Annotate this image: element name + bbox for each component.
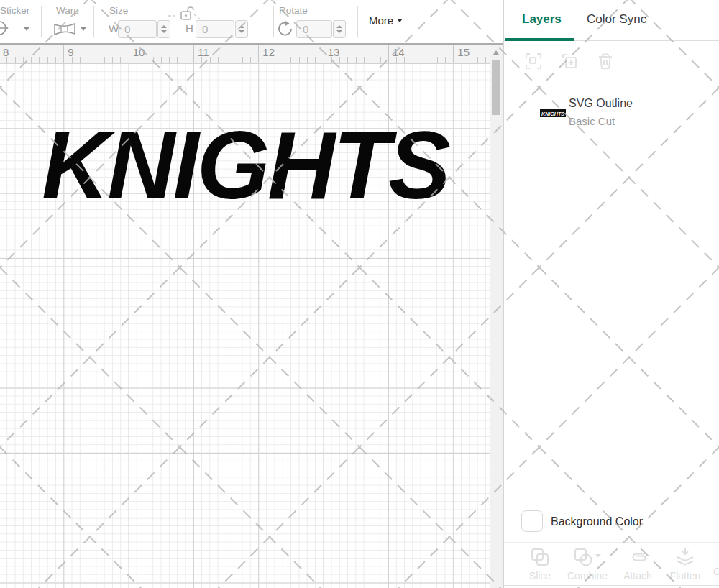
select-all-icon[interactable] — [524, 52, 543, 70]
step-down-icon[interactable] — [161, 30, 167, 33]
slice-label: Slice — [529, 570, 551, 582]
combine-button[interactable]: Combine — [564, 547, 610, 582]
warp-icon[interactable] — [53, 21, 76, 37]
rotate-label: Rotate — [279, 5, 308, 16]
attach-button[interactable]: Attach — [615, 547, 661, 582]
horizontal-ruler: 8 9 10 11 12 13 14 15 — [0, 43, 503, 63]
active-tab-underline — [505, 38, 574, 41]
scroll-up-icon[interactable] — [493, 50, 499, 55]
step-up-icon[interactable] — [161, 25, 167, 28]
height-label: H — [186, 22, 193, 35]
width-input[interactable]: 0 — [118, 20, 157, 38]
slice-button[interactable]: Slice — [517, 547, 563, 582]
layer-title: SVG Outline — [569, 97, 633, 110]
combine-label: Combine — [567, 570, 608, 582]
toolbar-divider — [357, 6, 358, 37]
toolbar-divider — [93, 6, 94, 37]
warp-label: Warp — [56, 5, 79, 16]
step-up-icon[interactable] — [336, 25, 342, 28]
tab-layers[interactable]: Layers — [522, 12, 562, 27]
more-button[interactable]: More — [369, 14, 403, 27]
sticker-label: Sticker — [0, 5, 29, 16]
attach-label: Attach — [623, 570, 652, 582]
step-down-icon[interactable] — [239, 30, 244, 33]
edit-toolbar: Sticker Warp Size W 0 — [0, 0, 503, 43]
ruler-minor-ticks — [0, 57, 503, 63]
rotate-stepper[interactable] — [333, 20, 346, 38]
layer-actions — [524, 52, 615, 70]
tab-color-sync[interactable]: Color Sync — [587, 12, 646, 27]
add-layer-icon[interactable] — [560, 52, 579, 70]
svg-text:KNIGHTS: KNIGHTS — [541, 111, 565, 117]
scrollbar-thumb[interactable] — [492, 60, 500, 115]
combine-toolbar: Slice Combine Attach — [504, 542, 719, 586]
layer-subtitle: Basic Cut — [569, 115, 615, 127]
sticker-caret-icon[interactable] — [24, 27, 29, 31]
trash-icon[interactable] — [596, 52, 615, 70]
canvas-vertical-scrollbar[interactable] — [490, 45, 503, 588]
warp-caret-icon[interactable] — [81, 27, 86, 31]
layers-panel: Layers Color Sync KNIGHTS — [503, 0, 719, 588]
height-stepper[interactable] — [235, 20, 248, 38]
rotate-icon[interactable] — [276, 19, 295, 38]
step-down-icon[interactable] — [336, 30, 342, 33]
artwork-knights-text[interactable]: KNIGHTS — [33, 125, 464, 208]
contour-button-partial[interactable]: C — [713, 566, 719, 577]
app-root: Sticker Warp Size W 0 — [0, 0, 719, 588]
size-label: Size — [109, 5, 128, 16]
toolbar-divider — [273, 6, 274, 37]
rotate-input[interactable]: 0 — [296, 20, 332, 38]
flatten-icon — [674, 547, 696, 567]
more-caret-icon — [397, 19, 403, 22]
svg-text:KNIGHTS: KNIGHTS — [42, 125, 450, 208]
combine-icon — [572, 547, 603, 567]
background-color-swatch[interactable] — [521, 510, 543, 532]
more-label: More — [369, 14, 393, 27]
panel-tabs: Layers Color Sync — [504, 0, 719, 41]
height-input[interactable]: 0 — [196, 20, 234, 38]
flatten-label: Flatten — [670, 570, 701, 582]
attach-icon — [626, 547, 650, 567]
layer-thumbnail: KNIGHTS — [540, 109, 566, 118]
flatten-button[interactable]: Flatten — [662, 547, 708, 582]
background-color-label: Background Color — [551, 515, 643, 528]
sticker-icon[interactable] — [0, 19, 10, 37]
slice-icon — [529, 547, 551, 567]
toolbar-divider — [41, 6, 42, 37]
background-color-row: Background Color — [504, 505, 719, 542]
layer-row-svg-outline[interactable]: KNIGHTS SVG Outline Basic Cut — [504, 93, 719, 135]
step-up-icon[interactable] — [239, 25, 244, 28]
